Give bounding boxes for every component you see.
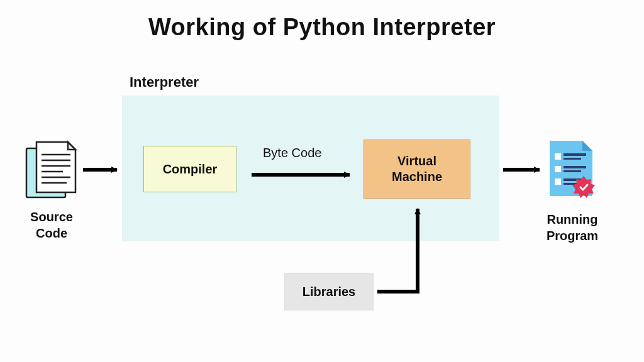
running-label-line2: Program bbox=[547, 229, 598, 243]
source-code-icon bbox=[24, 140, 79, 200]
svg-rect-9 bbox=[555, 178, 561, 185]
svg-rect-11 bbox=[564, 158, 581, 160]
compiler-node: Compiler bbox=[143, 146, 236, 192]
svg-rect-12 bbox=[564, 166, 586, 168]
svg-rect-8 bbox=[555, 166, 561, 172]
svg-rect-7 bbox=[555, 153, 561, 160]
running-program-label: Running Program bbox=[536, 211, 609, 244]
vm-label-line1: Virtual bbox=[397, 153, 436, 169]
running-label-line1: Running bbox=[547, 212, 597, 226]
source-code-label: Source Code bbox=[25, 209, 78, 241]
svg-rect-13 bbox=[564, 170, 581, 172]
svg-rect-10 bbox=[564, 153, 586, 156]
libraries-node: Libraries bbox=[284, 273, 374, 310]
virtual-machine-node: Virtual Machine bbox=[364, 140, 470, 199]
interpreter-label: Interpreter bbox=[130, 74, 199, 90]
running-program-icon bbox=[546, 138, 599, 201]
compiler-label: Compiler bbox=[163, 162, 218, 177]
libraries-label: Libraries bbox=[303, 285, 355, 299]
bytecode-label: Byte Code bbox=[263, 146, 321, 160]
svg-point-17 bbox=[577, 181, 590, 194]
source-label-line1: Source bbox=[30, 210, 73, 224]
source-label-line2: Code bbox=[36, 226, 67, 240]
diagram-title: Working of Python Interpreter bbox=[0, 14, 644, 41]
vm-label-line2: Machine bbox=[392, 169, 442, 185]
